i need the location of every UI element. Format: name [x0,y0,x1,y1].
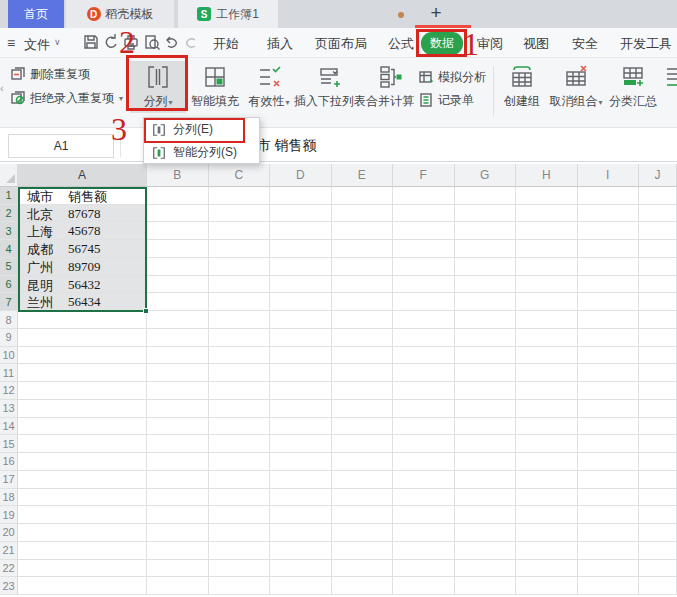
cell-F8[interactable] [393,311,455,329]
row-header-18[interactable]: 18 [0,489,18,507]
cell-D17[interactable] [270,471,332,489]
cell-I15[interactable] [578,435,640,453]
tab-home[interactable]: 首页 [8,0,64,28]
cell-C23[interactable] [209,577,271,595]
cell-E14[interactable] [332,418,394,436]
cell-E8[interactable] [332,311,394,329]
cell-A13[interactable] [18,400,147,418]
cell-A3[interactable]: 上海45678 [18,222,147,240]
cell-F9[interactable] [393,329,455,347]
cell-C22[interactable] [209,560,271,578]
cell-E9[interactable] [332,329,394,347]
cell-B1[interactable] [147,187,209,205]
cell-F22[interactable] [393,560,455,578]
row-header-14[interactable]: 14 [0,418,18,436]
row-header-23[interactable]: 23 [0,577,18,595]
insert-dropdown-list-button[interactable]: 插入下拉列表 [296,61,364,113]
cell-F10[interactable] [393,347,455,365]
cell-C20[interactable] [209,524,271,542]
ribbon-tab-7[interactable]: 视图 [523,35,549,53]
cell-A16[interactable] [18,453,147,471]
cell-J4[interactable] [639,240,677,258]
cell-I9[interactable] [578,329,640,347]
cell-G16[interactable] [455,453,517,471]
text-to-columns-button[interactable]: 分列▾ [130,61,186,113]
cell-A19[interactable] [18,506,147,524]
column-header-C[interactable]: C [209,164,271,187]
cell-F3[interactable] [393,222,455,240]
cell-B16[interactable] [147,453,209,471]
what-if-analysis-button[interactable]: 模拟分析 [418,68,486,86]
cell-D22[interactable] [270,560,332,578]
cell-E20[interactable] [332,524,394,542]
row-header-15[interactable]: 15 [0,435,18,453]
cell-D7[interactable] [270,293,332,311]
row-header-1[interactable]: 1 [0,187,18,205]
cell-G3[interactable] [455,222,517,240]
row-header-8[interactable]: 8 [0,311,18,329]
cell-J9[interactable] [639,329,677,347]
cell-I7[interactable] [578,293,640,311]
cell-H16[interactable] [516,453,578,471]
cell-F17[interactable] [393,471,455,489]
cell-C8[interactable] [209,311,271,329]
cell-H1[interactable] [516,187,578,205]
column-header-I[interactable]: I [578,164,640,187]
cell-C15[interactable] [209,435,271,453]
cell-C14[interactable] [209,418,271,436]
row-header-16[interactable]: 16 [0,453,18,471]
cell-H14[interactable] [516,418,578,436]
cell-B5[interactable] [147,258,209,276]
cell-A9[interactable] [18,329,147,347]
cell-B12[interactable] [147,382,209,400]
cell-G9[interactable] [455,329,517,347]
cell-F5[interactable] [393,258,455,276]
cell-B15[interactable] [147,435,209,453]
cell-D14[interactable] [270,418,332,436]
row-header-13[interactable]: 13 [0,400,18,418]
cell-G20[interactable] [455,524,517,542]
cell-J10[interactable] [639,347,677,365]
ribbon-tab-1[interactable]: 开始 [213,35,239,53]
cell-J11[interactable] [639,364,677,382]
cell-F4[interactable] [393,240,455,258]
cell-D2[interactable] [270,205,332,223]
cell-C4[interactable] [209,240,271,258]
cell-C12[interactable] [209,382,271,400]
column-header-D[interactable]: D [270,164,332,187]
cell-E7[interactable] [332,293,394,311]
row-header-19[interactable]: 19 [0,506,18,524]
cell-J14[interactable] [639,418,677,436]
cell-A10[interactable] [18,347,147,365]
row-header-3[interactable]: 3 [0,222,18,240]
cell-B14[interactable] [147,418,209,436]
row-header-7[interactable]: 7 [0,293,18,311]
cell-E11[interactable] [332,364,394,382]
row-header-10[interactable]: 10 [0,347,18,365]
print-preview-icon[interactable] [143,33,161,51]
cell-I8[interactable] [578,311,640,329]
cell-H11[interactable] [516,364,578,382]
ribbon-tab-9[interactable]: 开发工具 [620,35,672,53]
cell-E12[interactable] [332,382,394,400]
cell-E16[interactable] [332,453,394,471]
cell-G19[interactable] [455,506,517,524]
cell-E3[interactable] [332,222,394,240]
ribbon-tab-4[interactable]: 公式 [388,35,414,53]
cell-I22[interactable] [578,560,640,578]
cell-D12[interactable] [270,382,332,400]
cell-I2[interactable] [578,205,640,223]
cell-F19[interactable] [393,506,455,524]
redo-icon[interactable] [182,33,200,51]
cell-I19[interactable] [578,506,640,524]
cell-I20[interactable] [578,524,640,542]
cell-B21[interactable] [147,542,209,560]
row-header-9[interactable]: 9 [0,329,18,347]
cell-G4[interactable] [455,240,517,258]
cell-F15[interactable] [393,435,455,453]
cell-J22[interactable] [639,560,677,578]
cell-E15[interactable] [332,435,394,453]
column-header-F[interactable]: F [393,164,455,187]
cell-D9[interactable] [270,329,332,347]
row-header-6[interactable]: 6 [0,276,18,294]
